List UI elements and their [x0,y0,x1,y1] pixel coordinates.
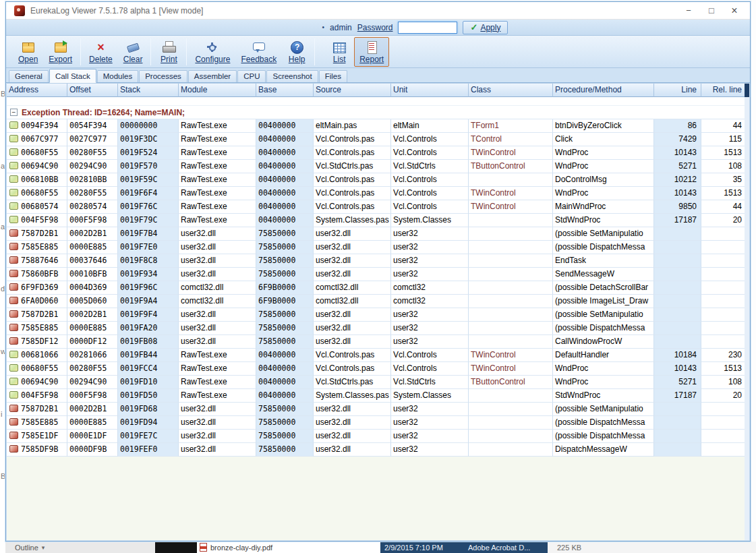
pdf-file-icon [200,543,207,552]
table-row[interactable]: 6F9FD3690004D3690019F96Ccomctl32.dll6F9B… [7,281,749,295]
cell-class [469,443,553,457]
column-header-procedure[interactable]: Procedure/Method [553,84,654,97]
list-view-button[interactable]: List [324,37,354,67]
cell-class: TWinControl [469,187,553,200]
exe-module-icon [9,364,18,372]
minimize-button[interactable]: − [677,3,700,19]
maximize-button[interactable]: □ [700,3,723,19]
thread-group-header[interactable]: − Exception Thread: ID=16264; Name=MAIN; [7,106,749,119]
print-button[interactable]: Print [154,37,183,67]
column-header-class[interactable]: Class [469,84,553,97]
cell-source: Vcl.Controls.pas [314,349,391,362]
cell-procedure: btnDivByZeroClick [553,119,654,133]
cell-line: 86 [654,119,701,133]
table-row[interactable]: 004F5F98000F5F980019F79CRawTest.exe00400… [7,214,749,227]
table-row[interactable]: 00680F5500280F550019F6F4RawTest.exe00400… [7,187,749,200]
configure-button[interactable]: Configure [190,37,235,67]
file-row[interactable]: bronze-clay-diy.pdf [197,542,380,553]
table-row[interactable]: 004F5F98000F5F980019FD50RawTest.exe00400… [7,389,749,403]
clear-button[interactable]: Clear [118,37,148,67]
tab-files[interactable]: Files [319,70,347,82]
cell-offset: 000F5F98 [67,214,118,227]
table-row[interactable]: 0067C9770027C9770019F3DCRawTest.exe00400… [7,133,749,146]
cell-procedure: StdWndProc [553,389,654,403]
column-header-rel-line[interactable]: Rel. line [701,84,747,97]
toolbar-separator [80,38,81,65]
table-row[interactable]: 7585DF9B0000DF9B0019FEF0user32.dll758500… [7,443,749,457]
table-row[interactable]: 75887646000376460019F8C8user32.dll758500… [7,254,749,268]
password-label: Password [357,23,393,32]
table-row[interactable]: 00694C9000294C900019F570RawTest.exe00400… [7,160,749,173]
tab-screenshot[interactable]: Screenshot [266,70,318,82]
cell-line: 9850 [654,200,701,214]
scrollbar-cap [745,84,749,97]
cell-line [654,416,701,430]
cell-address: 7585E1DF [7,430,67,443]
cell-unit: user32 [391,241,469,254]
table-row[interactable]: 00680F5500280F550019F524RawTest.exe00400… [7,146,749,160]
close-button[interactable]: × [723,3,746,19]
collapse-icon[interactable]: − [10,109,18,116]
table-row[interactable]: 006810BB002810BB0019F59CRawTest.exe00400… [7,173,749,187]
table-row[interactable]: 7585E8850000E8850019FD94user32.dll758500… [7,416,749,430]
tab-modules[interactable]: Modules [97,70,138,82]
cell-procedure: WndProc [553,146,654,160]
column-header-source[interactable]: Source [314,84,391,97]
table-row[interactable]: 7585E8850000E8850019F7E0user32.dll758500… [7,241,749,254]
cell-source: user32.dll [314,443,391,457]
cell-source: System.Classes.pas [314,389,391,403]
scrollbar-track[interactable] [745,97,749,540]
delete-button[interactable]: × Delete [84,37,118,67]
toolbar-separator [186,38,187,65]
table-row[interactable]: 00680574002805740019F76CRawTest.exe00400… [7,200,749,214]
cell-class: TButtonControl [469,376,553,389]
tab-processes[interactable]: Processes [139,70,187,82]
help-button[interactable]: Help [282,37,312,67]
password-input[interactable] [398,22,457,34]
table-row[interactable]: 7587D2B10002D2B10019F7B4user32.dll758500… [7,227,749,241]
tab-call-stack[interactable]: Call Stack [49,69,96,83]
tab-cpu[interactable]: CPU [237,70,266,82]
table-row[interactable]: 7585E1DF0000E1DF0019FE7Cuser32.dll758500… [7,430,749,443]
column-header-address[interactable]: Address [7,84,67,97]
table-row[interactable]: 7585DF120000DF120019FB08user32.dll758500… [7,335,749,349]
table-row[interactable]: 6FA0D0600005D0600019F9A4comctl32.dll6F9B… [7,295,749,308]
table-row[interactable]: 00680F5500280F550019FCC4RawTest.exe00400… [7,362,749,376]
cell-address: 7585E885 [7,241,67,254]
cell-rel-line: 1513 [701,362,747,376]
column-header-stack[interactable]: Stack [118,84,179,97]
feedback-button[interactable]: Feedback [235,37,282,67]
table-row[interactable]: 75860BFB00010BFB0019F934user32.dll758500… [7,268,749,281]
cell-rel-line: 20 [701,214,747,227]
table-row[interactable]: 7587D2B10002D2B10019FD68user32.dll758500… [7,403,749,416]
table-row[interactable]: 7585E8850000E8850019FA20user32.dll758500… [7,322,749,335]
cell-offset: 0002D2B1 [67,227,118,241]
export-button[interactable]: Export [43,37,78,67]
column-header-base[interactable]: Base [256,84,314,97]
cell-rel-line: 1513 [701,146,747,160]
cell-line: 5271 [654,376,701,389]
cell-base: 75850000 [256,322,314,335]
cell-source: System.Classes.pas [314,214,391,227]
column-header-offset[interactable]: Offset [67,84,118,97]
report-view-button[interactable]: Report [354,37,389,67]
outline-dropdown[interactable]: Outline ▾ [5,542,155,553]
column-header-line[interactable]: Line [654,84,701,97]
cell-module: user32.dll [179,268,256,281]
column-header-module[interactable]: Module [179,84,256,97]
cell-line [654,281,701,295]
apply-button[interactable]: ✓ Apply [463,21,508,34]
open-button[interactable]: Open [13,37,43,67]
cell-stack: 0019FD10 [118,376,179,389]
table-row[interactable]: 00694C9000294C900019FD10RawTest.exe00400… [7,376,749,389]
table-row[interactable]: 00681066002810660019FB44RawTest.exe00400… [7,349,749,362]
username-label: admin [330,23,352,32]
table-row[interactable]: 0094F3940054F39400000000RawTest.exe00400… [7,119,749,133]
table-row[interactable]: 7587D2B10002D2B10019F9F4user32.dll758500… [7,308,749,322]
exe-module-icon [9,121,18,129]
cell-base: 75850000 [256,430,314,443]
tab-assembler[interactable]: Assembler [188,70,237,82]
column-header-unit[interactable]: Unit [391,84,469,97]
tab-general[interactable]: General [9,70,49,82]
cell-class [469,308,553,322]
